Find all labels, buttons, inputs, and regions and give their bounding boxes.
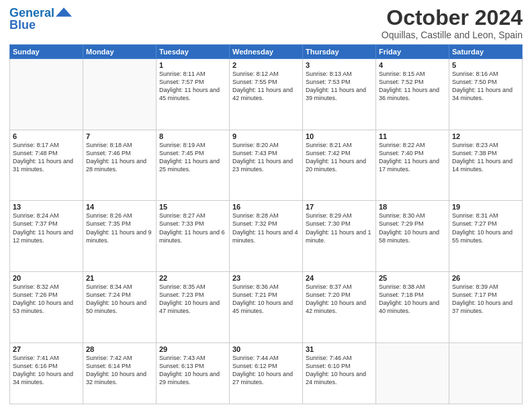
month-title: October 2024 [382, 7, 523, 28]
svg-marker-0 [56, 7, 72, 17]
day-info: Sunrise: 8:37 AM Sunset: 7:20 PM Dayligh… [306, 283, 373, 316]
calendar-cell: 28Sunrise: 7:42 AM Sunset: 6:14 PM Dayli… [83, 342, 157, 404]
calendar-cell: 5Sunrise: 8:16 AM Sunset: 7:50 PM Daylig… [449, 59, 523, 130]
header: General Blue October 2024 Oquillas, Cast… [9, 7, 523, 40]
calendar-cell: 26Sunrise: 8:39 AM Sunset: 7:17 PM Dayli… [449, 272, 523, 343]
calendar-cell: 27Sunrise: 7:41 AM Sunset: 6:16 PM Dayli… [10, 342, 83, 404]
logo: General Blue [9, 7, 72, 31]
day-number: 1 [159, 61, 226, 69]
calendar-cell: 20Sunrise: 8:32 AM Sunset: 7:26 PM Dayli… [10, 272, 83, 343]
day-number: 14 [86, 203, 153, 211]
calendar-week-row: 20Sunrise: 8:32 AM Sunset: 7:26 PM Dayli… [10, 272, 523, 343]
calendar-cell: 15Sunrise: 8:27 AM Sunset: 7:33 PM Dayli… [157, 201, 230, 272]
day-info: Sunrise: 8:23 AM Sunset: 7:38 PM Dayligh… [452, 141, 519, 174]
day-info: Sunrise: 8:30 AM Sunset: 7:29 PM Dayligh… [379, 212, 446, 244]
calendar-table: SundayMondayTuesdayWednesdayThursdayFrid… [9, 44, 523, 404]
calendar-cell: 2Sunrise: 8:12 AM Sunset: 7:55 PM Daylig… [230, 59, 303, 130]
day-number: 30 [232, 345, 300, 353]
day-info: Sunrise: 8:27 AM Sunset: 7:33 PM Dayligh… [159, 212, 226, 244]
calendar-day-header: Saturday [449, 45, 523, 59]
calendar-cell: 31Sunrise: 7:46 AM Sunset: 6:10 PM Dayli… [303, 342, 376, 404]
day-number: 13 [13, 203, 80, 211]
day-number: 23 [232, 274, 300, 282]
day-number: 5 [452, 61, 519, 69]
calendar-cell: 4Sunrise: 8:15 AM Sunset: 7:52 PM Daylig… [376, 59, 449, 130]
day-info: Sunrise: 8:28 AM Sunset: 7:32 PM Dayligh… [232, 212, 300, 244]
day-info: Sunrise: 8:17 AM Sunset: 7:48 PM Dayligh… [13, 141, 80, 174]
day-info: Sunrise: 8:35 AM Sunset: 7:23 PM Dayligh… [159, 283, 226, 316]
calendar-cell: 10Sunrise: 8:21 AM Sunset: 7:42 PM Dayli… [303, 130, 376, 201]
calendar-cell: 1Sunrise: 8:11 AM Sunset: 7:57 PM Daylig… [157, 59, 230, 130]
day-number: 4 [379, 61, 446, 69]
calendar-cell [376, 342, 449, 404]
logo-blue: Blue [9, 19, 36, 31]
day-info: Sunrise: 8:18 AM Sunset: 7:46 PM Dayligh… [86, 141, 153, 174]
calendar-cell: 8Sunrise: 8:19 AM Sunset: 7:45 PM Daylig… [157, 130, 230, 201]
calendar-cell: 3Sunrise: 8:13 AM Sunset: 7:53 PM Daylig… [303, 59, 376, 130]
day-number: 22 [159, 274, 226, 282]
calendar-week-row: 1Sunrise: 8:11 AM Sunset: 7:57 PM Daylig… [10, 59, 523, 130]
calendar-cell: 30Sunrise: 7:44 AM Sunset: 6:12 PM Dayli… [230, 342, 303, 404]
day-number: 18 [379, 203, 446, 211]
day-info: Sunrise: 8:24 AM Sunset: 7:37 PM Dayligh… [13, 212, 80, 244]
calendar-cell: 29Sunrise: 7:43 AM Sunset: 6:13 PM Dayli… [157, 342, 230, 404]
day-number: 26 [452, 274, 519, 282]
day-number: 7 [86, 132, 153, 140]
calendar-cell: 16Sunrise: 8:28 AM Sunset: 7:32 PM Dayli… [230, 201, 303, 272]
day-number: 16 [232, 203, 300, 211]
calendar-day-header: Thursday [303, 45, 376, 59]
day-number: 24 [306, 274, 373, 282]
day-info: Sunrise: 8:12 AM Sunset: 7:55 PM Dayligh… [232, 70, 300, 103]
calendar-cell: 21Sunrise: 8:34 AM Sunset: 7:24 PM Dayli… [83, 272, 157, 343]
calendar-week-row: 13Sunrise: 8:24 AM Sunset: 7:37 PM Dayli… [10, 201, 523, 272]
logo-general: General [9, 6, 54, 19]
calendar-day-header: Monday [83, 45, 157, 59]
day-number: 12 [452, 132, 519, 140]
location-subtitle: Oquillas, Castille and Leon, Spain [382, 30, 523, 40]
day-number: 31 [306, 345, 373, 353]
day-info: Sunrise: 8:39 AM Sunset: 7:17 PM Dayligh… [452, 283, 519, 316]
day-info: Sunrise: 8:29 AM Sunset: 7:30 PM Dayligh… [306, 212, 373, 244]
day-info: Sunrise: 7:44 AM Sunset: 6:12 PM Dayligh… [232, 354, 300, 387]
page: General Blue October 2024 Oquillas, Cast… [0, 0, 532, 411]
calendar-cell: 11Sunrise: 8:22 AM Sunset: 7:40 PM Dayli… [376, 130, 449, 201]
day-number: 9 [232, 132, 300, 140]
day-info: Sunrise: 7:46 AM Sunset: 6:10 PM Dayligh… [306, 354, 373, 387]
logo-icon [56, 7, 72, 17]
day-number: 28 [86, 345, 153, 353]
day-info: Sunrise: 8:26 AM Sunset: 7:35 PM Dayligh… [86, 212, 153, 244]
logo-text: General [9, 7, 54, 19]
calendar-week-row: 27Sunrise: 7:41 AM Sunset: 6:16 PM Dayli… [10, 342, 523, 404]
calendar-day-header: Friday [376, 45, 449, 59]
day-number: 8 [159, 132, 226, 140]
calendar-day-header: Tuesday [157, 45, 230, 59]
day-info: Sunrise: 8:21 AM Sunset: 7:42 PM Dayligh… [306, 141, 373, 174]
calendar-cell: 6Sunrise: 8:17 AM Sunset: 7:48 PM Daylig… [10, 130, 83, 201]
day-info: Sunrise: 8:36 AM Sunset: 7:21 PM Dayligh… [232, 283, 300, 316]
day-info: Sunrise: 8:32 AM Sunset: 7:26 PM Dayligh… [13, 283, 80, 316]
day-number: 11 [379, 132, 446, 140]
day-info: Sunrise: 7:42 AM Sunset: 6:14 PM Dayligh… [86, 354, 153, 387]
day-number: 17 [306, 203, 373, 211]
day-info: Sunrise: 8:38 AM Sunset: 7:18 PM Dayligh… [379, 283, 446, 316]
day-info: Sunrise: 8:16 AM Sunset: 7:50 PM Dayligh… [452, 70, 519, 103]
calendar-day-header: Wednesday [230, 45, 303, 59]
day-number: 2 [232, 61, 300, 69]
day-number: 20 [13, 274, 80, 282]
calendar-cell [83, 59, 157, 130]
calendar-cell: 18Sunrise: 8:30 AM Sunset: 7:29 PM Dayli… [376, 201, 449, 272]
day-number: 15 [159, 203, 226, 211]
calendar-cell [449, 342, 523, 404]
day-number: 10 [306, 132, 373, 140]
day-number: 25 [379, 274, 446, 282]
day-number: 21 [86, 274, 153, 282]
title-block: October 2024 Oquillas, Castille and Leon… [382, 7, 523, 40]
day-info: Sunrise: 8:22 AM Sunset: 7:40 PM Dayligh… [379, 141, 446, 174]
calendar-header-row: SundayMondayTuesdayWednesdayThursdayFrid… [10, 45, 523, 59]
day-info: Sunrise: 8:11 AM Sunset: 7:57 PM Dayligh… [159, 70, 226, 103]
day-number: 27 [13, 345, 80, 353]
day-number: 19 [452, 203, 519, 211]
day-number: 6 [13, 132, 80, 140]
calendar-cell: 7Sunrise: 8:18 AM Sunset: 7:46 PM Daylig… [83, 130, 157, 201]
calendar-week-row: 6Sunrise: 8:17 AM Sunset: 7:48 PM Daylig… [10, 130, 523, 201]
